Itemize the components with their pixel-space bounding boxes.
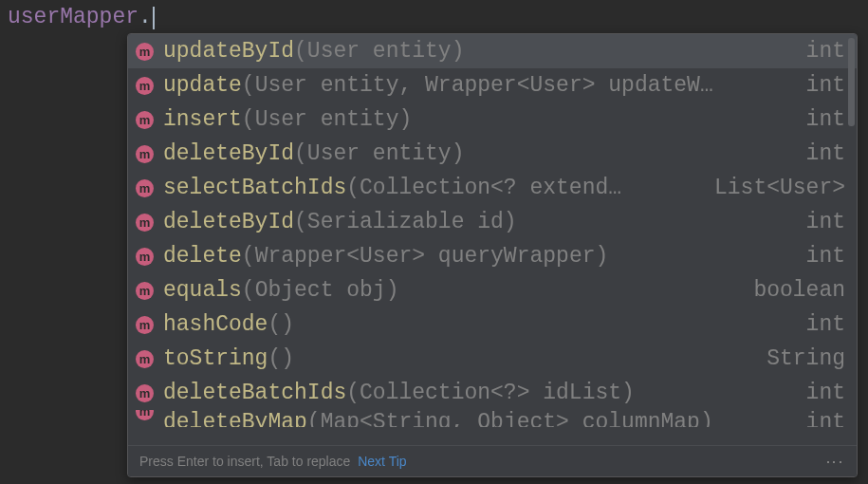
completion-item[interactable]: mdeleteById(User entity)int xyxy=(128,137,857,171)
method-name: hashCode xyxy=(163,312,268,337)
method-params: (Wrapper<User> queryWrapper) xyxy=(242,244,608,269)
return-type: int xyxy=(806,410,845,427)
next-tip-link[interactable]: Next Tip xyxy=(358,454,406,469)
method-name: equals xyxy=(163,278,242,303)
method-icon: m xyxy=(136,248,154,266)
method-icon: m xyxy=(136,111,154,129)
error-underline-icon xyxy=(158,28,174,32)
return-type: boolean xyxy=(753,278,845,303)
return-type: int xyxy=(806,381,845,405)
method-name: selectBatchIds xyxy=(163,176,346,200)
method-name: deleteById xyxy=(163,210,294,234)
completion-item[interactable]: mdeleteByMap(Map<String, Object> columnM… xyxy=(128,410,857,427)
return-type: int xyxy=(806,141,845,166)
method-name: deleteBatchIds xyxy=(163,381,346,405)
completion-item[interactable]: mtoString()String xyxy=(128,342,857,376)
method-signature: hashCode() xyxy=(163,312,791,337)
return-type: int xyxy=(806,39,845,64)
method-icon: m xyxy=(136,410,154,420)
method-signature: insert(User entity) xyxy=(163,107,791,132)
method-params: () xyxy=(268,312,294,337)
method-signature: deleteByMap(Map<String, Object> columnMa… xyxy=(163,410,791,427)
method-icon: m xyxy=(136,384,154,402)
method-params: (User entity) xyxy=(242,107,412,132)
method-name: toString xyxy=(163,346,268,371)
method-icon: m xyxy=(136,43,154,61)
method-name: updateById xyxy=(163,39,294,64)
method-icon: m xyxy=(136,179,154,197)
return-type: String xyxy=(766,346,845,371)
method-params: (User entity) xyxy=(294,141,464,166)
completion-item[interactable]: mdelete(Wrapper<User> queryWrapper)int xyxy=(128,239,857,273)
completion-item[interactable]: mhashCode()int xyxy=(128,307,857,342)
method-params: (Serializable id) xyxy=(294,210,517,234)
method-name: deleteByMap xyxy=(163,410,307,427)
variable-name: userMapper xyxy=(8,5,139,29)
method-signature: equals(Object obj) xyxy=(163,278,738,303)
return-type: int xyxy=(806,244,845,269)
method-icon: m xyxy=(136,77,154,95)
return-type: int xyxy=(806,73,845,98)
method-params: (User entity) xyxy=(294,39,464,64)
method-icon: m xyxy=(136,145,154,163)
method-icon: m xyxy=(136,282,154,300)
method-signature: deleteBatchIds(Collection<?> idList) xyxy=(163,381,791,405)
completion-item[interactable]: mupdate(User entity, Wrapper<User> updat… xyxy=(128,68,857,102)
method-params: (Map<String, Object> columnMap) xyxy=(307,410,713,427)
return-type: List<User> xyxy=(714,176,845,200)
completion-item[interactable]: mequals(Object obj)boolean xyxy=(128,273,857,307)
method-params: () xyxy=(268,346,294,371)
method-icon: m xyxy=(136,350,154,368)
completion-item[interactable]: mdeleteBatchIds(Collection<?> idList)int xyxy=(128,376,857,410)
code-line[interactable]: userMapper. xyxy=(8,4,155,30)
method-signature: toString() xyxy=(163,346,751,371)
return-type: int xyxy=(806,312,845,337)
method-signature: update(User entity, Wrapper<User> update… xyxy=(163,73,791,98)
text-cursor xyxy=(153,7,155,29)
method-icon: m xyxy=(136,214,154,232)
method-signature: deleteById(Serializable id) xyxy=(163,210,791,234)
completion-list[interactable]: mupdateById(User entity)intmupdate(User … xyxy=(128,34,857,445)
completion-item[interactable]: mselectBatchIds(Collection<? extend…List… xyxy=(128,171,857,205)
method-name: delete xyxy=(163,244,242,269)
method-name: update xyxy=(163,73,242,98)
completion-item[interactable]: minsert(User entity)int xyxy=(128,102,857,137)
method-params: (User entity, Wrapper<User> updateW… xyxy=(242,73,713,98)
method-icon: m xyxy=(136,316,154,334)
scrollbar-thumb[interactable] xyxy=(848,38,855,126)
method-signature: delete(Wrapper<User> queryWrapper) xyxy=(163,244,791,269)
method-signature: deleteById(User entity) xyxy=(163,141,791,166)
return-type: int xyxy=(806,107,845,132)
method-name: insert xyxy=(163,107,242,132)
completion-popup: mupdateById(User entity)intmupdate(User … xyxy=(127,33,858,477)
completion-item[interactable]: mdeleteById(Serializable id)int xyxy=(128,205,857,239)
method-params: (Collection<? extend… xyxy=(346,176,621,200)
member-access-dot: . xyxy=(139,5,152,29)
more-options-icon[interactable]: ⋮ xyxy=(824,454,845,470)
method-params: (Collection<?> idList) xyxy=(346,381,635,405)
footer-hint-text: Press Enter to insert, Tab to replace xyxy=(139,454,350,469)
method-signature: selectBatchIds(Collection<? extend… xyxy=(163,176,699,200)
completion-footer: Press Enter to insert, Tab to replace Ne… xyxy=(128,445,857,476)
return-type: int xyxy=(806,210,845,234)
method-name: deleteById xyxy=(163,141,294,166)
method-signature: updateById(User entity) xyxy=(163,39,791,64)
completion-item[interactable]: mupdateById(User entity)int xyxy=(128,34,857,68)
method-params: (Object obj) xyxy=(242,278,399,303)
